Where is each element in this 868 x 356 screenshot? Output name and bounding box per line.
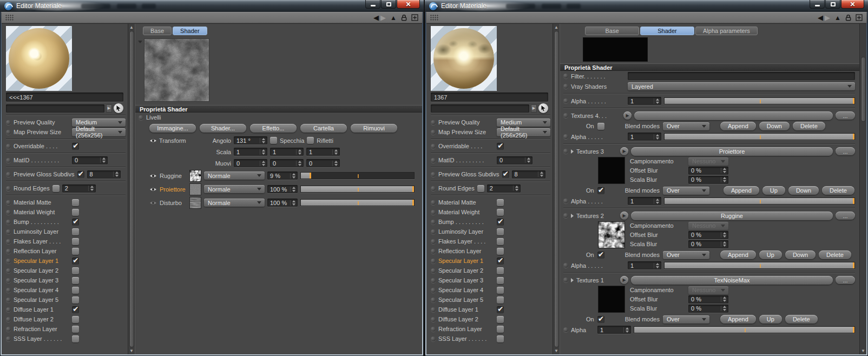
collapse-icon[interactable]: [138, 41, 142, 43]
specular-layer-3-checkbox[interactable]: [72, 277, 79, 284]
param-dot[interactable]: [431, 144, 436, 149]
shader-texture-preview[interactable]: [144, 38, 209, 102]
param-dot[interactable]: [431, 229, 436, 234]
pick-material-button[interactable]: [538, 103, 548, 113]
up-arrow-icon[interactable]: ▲: [390, 15, 397, 21]
tab-base[interactable]: Base: [585, 27, 639, 35]
blend-modes-dropdown[interactable]: Over: [663, 251, 709, 259]
cartella-button[interactable]: Cartella: [300, 124, 347, 133]
param-dot[interactable]: [6, 337, 11, 341]
close-button[interactable]: ✕: [397, 0, 420, 9]
texture-on-checkbox[interactable]: [597, 316, 604, 323]
param-dot[interactable]: [431, 278, 436, 283]
param-dot[interactable]: [563, 134, 568, 139]
scrollbar-thumb[interactable]: [129, 31, 134, 347]
gloss-subdivs-checkbox[interactable]: [502, 171, 509, 178]
drag-grip-icon[interactable]: [430, 15, 438, 21]
matid-spinner[interactable]: 0: [72, 156, 108, 164]
material-name-field[interactable]: <<<1367: [6, 93, 123, 102]
overridable-checkbox[interactable]: [497, 143, 504, 150]
specular-layer-4-checkbox[interactable]: [72, 287, 79, 294]
material-matte-checkbox[interactable]: [72, 199, 79, 206]
param-dot[interactable]: [6, 144, 11, 149]
texture-expand-button[interactable]: ▶: [623, 111, 632, 120]
scala-blur-spinner[interactable]: 0 %: [688, 176, 728, 184]
param-dot[interactable]: [563, 74, 568, 78]
specular-layer-4-checkbox[interactable]: [497, 287, 504, 294]
visibility-eye-icon[interactable]: [149, 187, 157, 192]
offset-blur-spinner[interactable]: 0 %: [688, 167, 728, 175]
scala-z-spinner[interactable]: 1: [306, 148, 340, 156]
sidebar-scrollbar[interactable]: ▲ ▼: [553, 24, 560, 354]
delete-button[interactable]: Delete: [785, 315, 818, 324]
param-dot[interactable]: [6, 307, 11, 312]
param-dot[interactable]: [431, 268, 436, 273]
opacity-slider[interactable]: [300, 172, 415, 179]
material-weight-checkbox[interactable]: [72, 209, 79, 216]
delete-button[interactable]: Delete: [793, 122, 825, 130]
param-dot[interactable]: [563, 278, 568, 282]
param-dot[interactable]: [431, 317, 436, 322]
specular-layer-5-checkbox[interactable]: [72, 296, 79, 304]
param-dot[interactable]: [431, 298, 436, 302]
texture-on-checkbox[interactable]: [597, 123, 604, 130]
reflection-layer-checkbox[interactable]: [72, 248, 79, 255]
expand-button[interactable]: ▶: [106, 104, 112, 113]
diffuse-layer-1-checkbox[interactable]: [72, 306, 79, 313]
param-dot[interactable]: [6, 120, 11, 125]
bump-checkbox[interactable]: [497, 219, 504, 226]
texture-name-button[interactable]: Ruggine: [631, 212, 833, 220]
param-dot[interactable]: [6, 259, 11, 263]
flakes-layer-checkbox[interactable]: [497, 238, 504, 245]
back-arrow-icon[interactable]: ◀: [373, 14, 379, 21]
up-button[interactable]: Up: [762, 186, 785, 195]
browse-button[interactable]: ...: [836, 147, 855, 155]
back-arrow-icon[interactable]: ◀: [818, 14, 823, 21]
texture-name-button[interactable]: [634, 111, 833, 120]
specular-layer-3-checkbox[interactable]: [497, 277, 504, 284]
gloss-subdivs-spinner[interactable]: 8: [512, 170, 545, 179]
round-edges-checkbox[interactable]: [52, 185, 60, 192]
param-dot[interactable]: [6, 158, 11, 163]
vray-shaders-dropdown[interactable]: Layered: [628, 82, 855, 90]
rimuovi-button[interactable]: Rimuovi: [351, 124, 397, 133]
reflection-layer-checkbox[interactable]: [497, 248, 504, 255]
expander-icon[interactable]: [571, 214, 574, 218]
param-dot[interactable]: [563, 199, 568, 203]
round-edges-checkbox[interactable]: [477, 185, 484, 192]
campionamento-dropdown[interactable]: Nessuno: [688, 286, 728, 294]
flakes-layer-checkbox[interactable]: [72, 238, 79, 245]
texture-thumbnail[interactable]: [598, 221, 625, 248]
texture-expand-button[interactable]: ▶: [620, 212, 628, 220]
layer-row-ruggine[interactable]: Ruggine Normale 9 %: [135, 169, 422, 182]
matid-spinner[interactable]: 0: [497, 156, 532, 164]
param-dot[interactable]: [6, 298, 11, 302]
opacity-spinner[interactable]: 100 %: [267, 199, 298, 207]
param-dot[interactable]: [431, 210, 436, 215]
param-dot[interactable]: [431, 158, 436, 163]
overridable-checkbox[interactable]: [72, 143, 79, 150]
layer-row-proiettore[interactable]: Proiettore Normale 100 %: [135, 182, 422, 196]
specchia-checkbox[interactable]: [270, 137, 277, 144]
muovi-z-spinner[interactable]: 0: [306, 159, 340, 167]
texture-on-checkbox[interactable]: [597, 252, 604, 259]
tab-shader[interactable]: Shader: [173, 27, 207, 35]
param-dot[interactable]: [6, 288, 11, 293]
param-dot[interactable]: [6, 130, 11, 135]
blend-mode-dropdown[interactable]: Normale: [204, 185, 265, 193]
texture-expand-button[interactable]: ▶: [620, 276, 628, 284]
param-dot[interactable]: [6, 239, 11, 244]
scroll-down-icon[interactable]: ▼: [861, 348, 865, 354]
texture-on-checkbox[interactable]: [597, 187, 604, 194]
drag-grip-icon[interactable]: [5, 15, 14, 21]
effetto-button[interactable]: Effetto...: [250, 124, 297, 133]
param-dot[interactable]: [431, 327, 436, 332]
titlebar[interactable]: Editor Materiale ✕: [425, 0, 868, 12]
lock-icon[interactable]: [401, 14, 407, 21]
expander-icon[interactable]: [571, 278, 574, 282]
param-dot[interactable]: [563, 149, 568, 154]
luminosity-layer-checkbox[interactable]: [497, 228, 504, 235]
material-preview[interactable]: [6, 26, 72, 91]
delete-button[interactable]: Delete: [819, 250, 851, 259]
section-header[interactable]: Proprietà Shader: [560, 63, 859, 71]
